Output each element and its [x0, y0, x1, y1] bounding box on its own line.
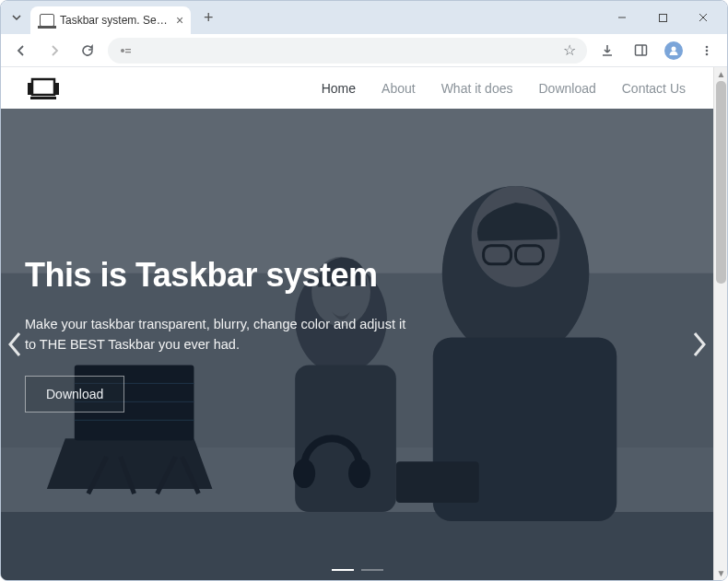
- browser-titlebar: Taskbar system. See more - do… × +: [1, 1, 727, 34]
- scroll-up-icon[interactable]: ▲: [714, 67, 727, 81]
- nav-home[interactable]: Home: [322, 81, 356, 96]
- panel-icon: [634, 43, 648, 57]
- svg-point-10: [706, 52, 709, 55]
- reload-button[interactable]: [75, 38, 100, 64]
- hero-section: This is Taskbar system Make your taskbar…: [1, 109, 713, 580]
- browser-window: Taskbar system. See more - do… × + ☆: [0, 0, 728, 581]
- maximize-button[interactable]: [644, 4, 681, 31]
- svg-point-2: [121, 49, 124, 52]
- svg-rect-3: [125, 49, 131, 50]
- download-button[interactable]: Download: [25, 376, 124, 413]
- vertical-scrollbar[interactable]: ▲ ▼: [713, 67, 727, 580]
- monitor-icon: [25, 76, 62, 103]
- nav-about[interactable]: About: [382, 81, 416, 96]
- indicator-2[interactable]: [361, 569, 383, 571]
- downloads-button[interactable]: [594, 38, 620, 64]
- svg-point-9: [706, 49, 709, 52]
- svg-rect-11: [32, 79, 54, 95]
- hero-subtitle: Make your taskbar transparent, blurry, c…: [25, 315, 412, 355]
- close-window-button[interactable]: [685, 4, 722, 31]
- arrow-right-icon: [47, 43, 62, 58]
- svg-point-8: [706, 45, 709, 48]
- nav-what-it-does[interactable]: What it does: [441, 81, 513, 96]
- window-controls: [604, 4, 727, 31]
- nav-contact-us[interactable]: Contact Us: [622, 81, 686, 96]
- minimize-button[interactable]: [604, 4, 640, 31]
- menu-button[interactable]: [694, 38, 720, 64]
- site-info-icon[interactable]: [119, 44, 132, 57]
- chevron-down-icon: [11, 12, 22, 23]
- avatar-icon: [664, 41, 683, 60]
- viewport: Home About What it does Download Contact…: [1, 67, 727, 580]
- chevron-right-icon: [689, 330, 708, 359]
- site-logo[interactable]: [25, 76, 60, 101]
- tab-title: Taskbar system. See more - do…: [60, 14, 170, 27]
- new-tab-button[interactable]: +: [196, 6, 220, 29]
- minimize-icon: [616, 12, 628, 23]
- maximize-icon: [658, 13, 668, 23]
- site-header: Home About What it does Download Contact…: [1, 67, 713, 109]
- browser-tab[interactable]: Taskbar system. See more - do… ×: [30, 6, 191, 34]
- svg-point-7: [672, 46, 676, 51]
- chevron-left-icon: [6, 330, 25, 359]
- arrow-left-icon: [14, 43, 29, 58]
- back-button[interactable]: [8, 38, 34, 64]
- close-icon: [698, 12, 709, 23]
- scrollbar-thumb[interactable]: [716, 81, 726, 284]
- bookmark-star-icon[interactable]: ☆: [563, 41, 576, 59]
- tab-search-dropdown[interactable]: [8, 9, 25, 26]
- carousel-indicators: [332, 569, 383, 571]
- scroll-down-icon[interactable]: ▼: [714, 566, 727, 580]
- webpage: Home About What it does Download Contact…: [1, 67, 713, 580]
- side-panel-button[interactable]: [628, 38, 653, 64]
- carousel-next[interactable]: [687, 326, 710, 363]
- forward-button[interactable]: [41, 38, 67, 64]
- nav-download[interactable]: Download: [538, 81, 595, 96]
- svg-rect-4: [125, 52, 131, 52]
- svg-rect-5: [635, 45, 646, 55]
- svg-rect-13: [53, 83, 59, 95]
- kebab-icon: [700, 44, 713, 57]
- hero-title: This is Taskbar system: [25, 256, 667, 295]
- browser-toolbar: ☆: [1, 34, 727, 67]
- address-bar[interactable]: ☆: [108, 38, 587, 64]
- svg-rect-12: [28, 83, 33, 95]
- carousel-prev[interactable]: [5, 326, 27, 363]
- svg-rect-1: [659, 14, 666, 21]
- site-nav: Home About What it does Download Contact…: [322, 81, 686, 96]
- svg-rect-14: [30, 97, 56, 99]
- tab-close-icon[interactable]: ×: [176, 13, 183, 28]
- reload-icon: [80, 43, 95, 58]
- hero-content: This is Taskbar system Make your taskbar…: [25, 256, 667, 413]
- profile-button[interactable]: [661, 38, 687, 64]
- indicator-1[interactable]: [332, 569, 354, 571]
- favicon-icon: [40, 14, 54, 27]
- download-icon: [600, 43, 615, 58]
